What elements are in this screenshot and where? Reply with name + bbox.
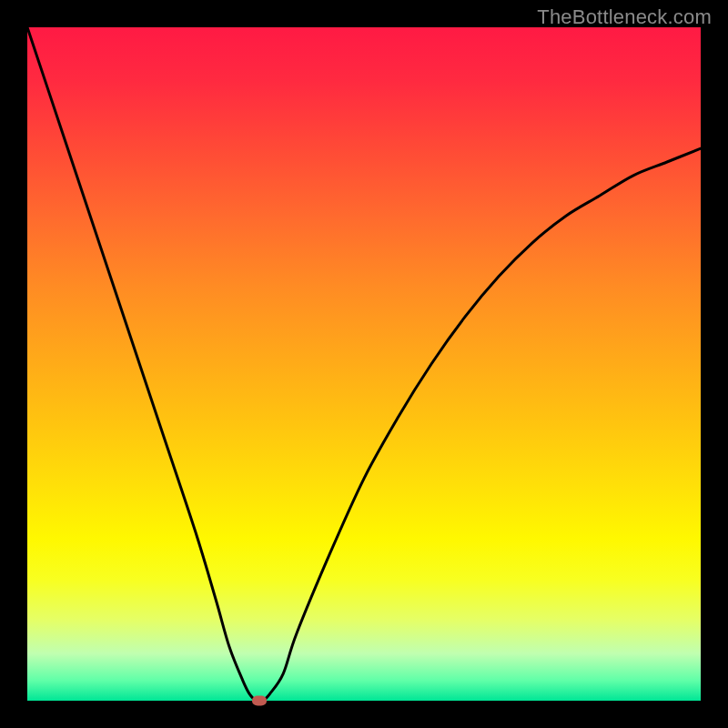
chart-plot-area bbox=[27, 27, 701, 701]
bottleneck-curve bbox=[27, 27, 701, 701]
curve-path bbox=[27, 27, 701, 702]
optimal-point-marker bbox=[252, 696, 267, 706]
watermark-text: TheBottleneck.com bbox=[537, 5, 712, 29]
